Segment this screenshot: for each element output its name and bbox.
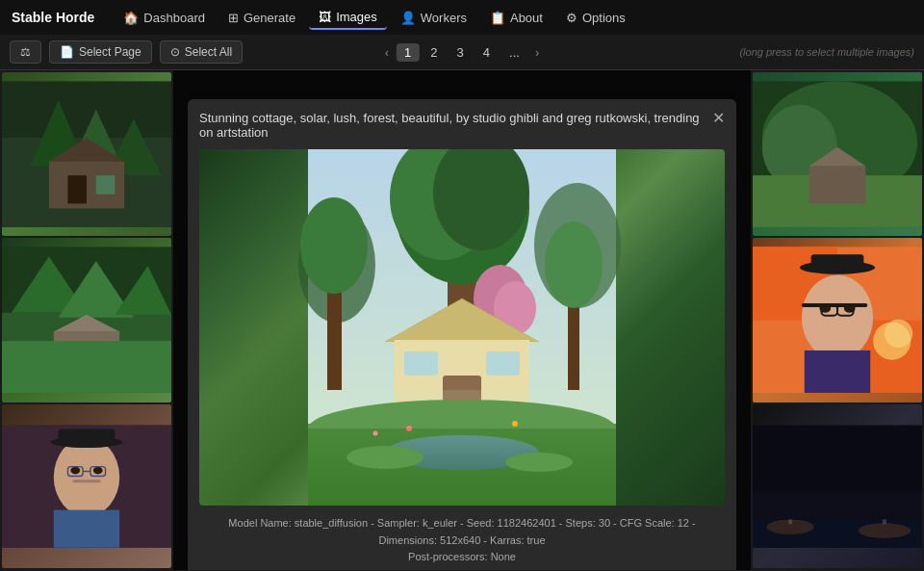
gallery-right-col xyxy=(751,70,924,570)
modal-info: Model Name: stable_diffusion - Sampler: … xyxy=(199,515,725,570)
svg-rect-78 xyxy=(811,255,864,271)
nav-item-options[interactable]: ⚙ Options xyxy=(556,7,635,29)
svg-point-80 xyxy=(885,320,912,348)
workers-icon: 👤 xyxy=(400,11,416,25)
about-icon: 📋 xyxy=(490,11,505,25)
svg-rect-23 xyxy=(72,480,100,482)
filter-icon: ⚖ xyxy=(20,45,31,59)
nav-label-images: Images xyxy=(336,10,377,24)
svg-rect-47 xyxy=(486,351,520,376)
gallery-thumb-5[interactable] xyxy=(753,238,922,402)
nav-label-about: About xyxy=(510,11,543,25)
brand-logo: Stable Horde xyxy=(12,10,94,25)
dashboard-icon: 🏠 xyxy=(123,11,139,25)
svg-point-58 xyxy=(373,431,378,436)
svg-point-22 xyxy=(93,466,103,474)
modal-info-line2: Post-processors: None xyxy=(199,549,725,566)
modal-info-line1: Model Name: stable_diffusion - Sampler: … xyxy=(199,515,725,549)
select-page-button[interactable]: 📄 Select Page xyxy=(49,40,152,64)
select-all-button[interactable]: ⊙ Select All xyxy=(160,40,243,64)
toolbar: ⚖ 📄 Select Page ⊙ Select All ‹ 1 2 3 4 .… xyxy=(0,35,924,70)
selection-hint: (long press to select multiple images) xyxy=(739,46,914,58)
svg-rect-59 xyxy=(308,390,616,428)
prev-page-button[interactable]: ‹ xyxy=(381,43,393,62)
images-icon: 🖼 xyxy=(319,10,331,24)
gallery-center: Stunning cottage, solar, lush, forest, b… xyxy=(173,70,751,570)
page-2-button[interactable]: 2 xyxy=(423,43,445,62)
nav-label-options: Options xyxy=(582,11,626,25)
navigation: Stable Horde 🏠 Dashboard ⊞ Generate 🖼 Im… xyxy=(0,0,924,35)
page-ellipsis: ... xyxy=(501,43,527,62)
gallery-thumb-1[interactable] xyxy=(2,72,171,236)
svg-rect-20 xyxy=(54,509,119,547)
page-1-button[interactable]: 1 xyxy=(397,43,419,62)
nav-item-images[interactable]: 🖼 Images xyxy=(309,6,387,30)
gallery-thumb-4[interactable] xyxy=(753,72,922,236)
gallery-thumb-3[interactable] xyxy=(2,404,171,568)
select-all-icon: ⊙ xyxy=(170,45,180,59)
svg-rect-16 xyxy=(2,341,171,393)
svg-point-55 xyxy=(505,453,573,472)
gallery: Stunning cottage, solar, lush, forest, b… xyxy=(0,70,924,570)
modal-info-line3: Generated By: Pillars of creation (b10ad… xyxy=(199,566,725,570)
svg-point-40 xyxy=(545,221,603,308)
svg-point-70 xyxy=(802,275,873,360)
svg-rect-65 xyxy=(809,166,866,203)
modal-image-container xyxy=(199,149,725,506)
gallery-thumb-6[interactable] xyxy=(753,404,922,568)
svg-point-21 xyxy=(70,466,80,474)
svg-rect-46 xyxy=(404,351,438,376)
image-modal: Stunning cottage, solar, lush, forest, b… xyxy=(188,99,736,570)
modal-overlay: Stunning cottage, solar, lush, forest, b… xyxy=(173,70,751,570)
svg-rect-28 xyxy=(59,428,116,444)
nav-label-workers: Workers xyxy=(421,11,467,25)
nav-label-generate: Generate xyxy=(244,11,295,25)
pagination: ‹ 1 2 3 4 ... › xyxy=(381,43,543,62)
svg-rect-71 xyxy=(805,350,870,393)
page-4-button[interactable]: 4 xyxy=(475,43,498,62)
nav-item-about[interactable]: 📋 About xyxy=(480,7,552,29)
gallery-thumb-2[interactable] xyxy=(2,238,171,402)
next-page-button[interactable]: › xyxy=(531,43,543,62)
svg-rect-94 xyxy=(753,491,922,519)
svg-rect-76 xyxy=(802,303,867,307)
filter-button[interactable]: ⚖ xyxy=(10,40,41,64)
select-all-label: Select All xyxy=(185,45,232,59)
modal-close-button[interactable]: ✕ xyxy=(712,109,725,127)
nav-item-workers[interactable]: 👤 Workers xyxy=(391,7,476,29)
svg-point-38 xyxy=(300,197,368,294)
modal-title: Stunning cottage, solar, lush, forest, b… xyxy=(199,111,725,140)
gallery-left-col xyxy=(0,70,173,570)
svg-point-90 xyxy=(859,523,911,538)
modal-image-svg xyxy=(199,149,725,506)
options-icon: ⚙ xyxy=(566,11,578,25)
svg-point-54 xyxy=(346,446,424,469)
select-page-label: Select Page xyxy=(79,45,141,59)
svg-rect-8 xyxy=(96,175,116,195)
generate-icon: ⊞ xyxy=(228,11,239,25)
nav-item-dashboard[interactable]: 🏠 Dashboard xyxy=(114,7,215,29)
svg-point-19 xyxy=(54,437,119,516)
svg-rect-7 xyxy=(67,175,87,203)
svg-point-89 xyxy=(767,519,814,534)
page-3-button[interactable]: 3 xyxy=(449,43,472,62)
nav-label-dashboard: Dashboard xyxy=(143,11,205,25)
page-icon: 📄 xyxy=(60,45,74,59)
nav-item-generate[interactable]: ⊞ Generate xyxy=(218,7,305,29)
